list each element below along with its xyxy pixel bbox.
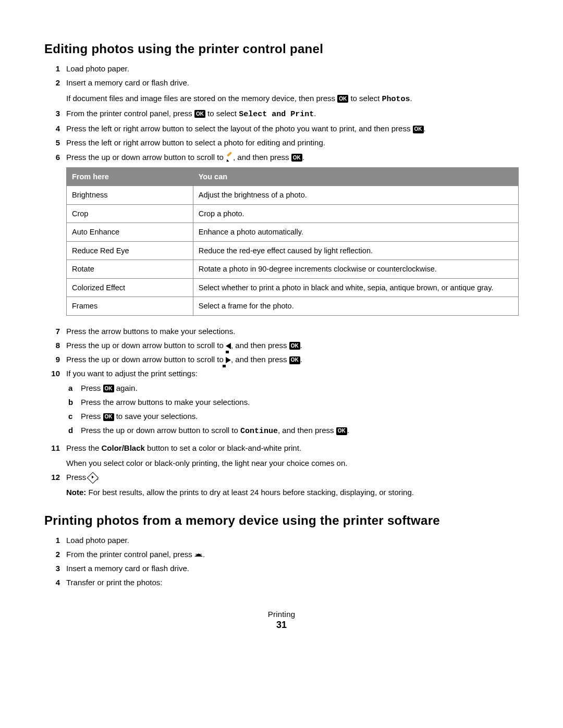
steps-list-2: 1 Load photo paper. 2 From the printer c…: [44, 534, 519, 589]
note-label: Note:: [66, 488, 89, 497]
heading-editing-photos: Editing photos using the printer control…: [44, 42, 519, 56]
substep-c: c Press OK to save your selections.: [66, 410, 519, 422]
heading-printing-software: Printing photos from a memory device usi…: [44, 513, 519, 528]
step-10: 10 If you want to adjust the print setti…: [44, 367, 519, 439]
b-step-1: 1 Load photo paper.: [44, 534, 519, 546]
ok-icon: OK: [336, 427, 347, 435]
footer-page-number: 31: [44, 620, 519, 631]
steps-list-1: 1 Load photo paper. 2 Insert a memory ca…: [44, 63, 519, 499]
table-header-you-can: You can: [193, 167, 518, 186]
ok-icon: OK: [337, 95, 348, 103]
arrow-left-icon: [226, 341, 231, 350]
ok-icon: OK: [194, 110, 205, 118]
home-icon: [194, 551, 203, 559]
footer-section-name: Printing: [44, 610, 519, 619]
step-9: 9 Press the up or down arrow button to s…: [44, 353, 519, 365]
step-8: 8 Press the up or down arrow button to s…: [44, 339, 519, 351]
table-row: BrightnessAdjust the brightness of a pho…: [67, 186, 519, 204]
step-1: 1 Load photo paper.: [44, 63, 519, 75]
editing-options-table: From here You can BrightnessAdjust the b…: [66, 167, 519, 316]
table-row: RotateRotate a photo in 90-degree increm…: [67, 260, 519, 278]
step-12: 12 Press . Note: For best results, allow…: [44, 471, 519, 499]
step-11: 11 Press the Color/Black button to set a…: [44, 442, 519, 470]
table-row: CropCrop a photo.: [67, 204, 519, 223]
ok-icon: OK: [289, 356, 300, 364]
step-3: 3 From the printer control panel, press …: [44, 107, 519, 120]
table-row: FramesSelect a frame for the photo.: [67, 297, 519, 315]
ok-icon: OK: [413, 126, 424, 133]
pencil-icon: [226, 154, 233, 162]
ok-icon: OK: [289, 342, 300, 350]
step-2: 2 Insert a memory card or flash drive. I…: [44, 77, 519, 105]
ok-icon: OK: [103, 385, 114, 392]
substep-a: a Press OK again.: [66, 382, 519, 394]
substep-d: d Press the up or down arrow button to s…: [66, 424, 519, 437]
step-7: 7 Press the arrow buttons to make your s…: [44, 325, 519, 337]
step-6: 6 Press the up or down arrow button to s…: [44, 151, 519, 323]
b-step-4: 4 Transfer or print the photos:: [44, 576, 519, 588]
table-row: Colorized EffectSelect whether to print …: [67, 278, 519, 297]
step-5: 5 Press the left or right arrow button t…: [44, 137, 519, 149]
ok-icon: OK: [103, 413, 114, 421]
ok-icon: OK: [291, 154, 302, 162]
substeps-list: a Press OK again. b Press the arrow butt…: [66, 382, 519, 438]
b-step-3: 3 Insert a memory card or flash drive.: [44, 562, 519, 574]
b-step-2: 2 From the printer control panel, press …: [44, 548, 519, 560]
table-row: Reduce Red EyeReduce the red-eye effect …: [67, 241, 519, 260]
page-footer: Printing 31: [44, 610, 519, 631]
table-header-from-here: From here: [67, 167, 193, 186]
step-4: 4 Press the left or right arrow button t…: [44, 122, 519, 134]
note-text: For best results, allow the prints to dr…: [89, 488, 414, 497]
arrow-right-icon: [226, 355, 231, 364]
substep-b: b Press the arrow buttons to make your s…: [66, 396, 519, 408]
document-page: Editing photos using the printer control…: [0, 0, 563, 651]
table-row: Auto EnhanceEnhance a photo automaticall…: [67, 223, 519, 241]
